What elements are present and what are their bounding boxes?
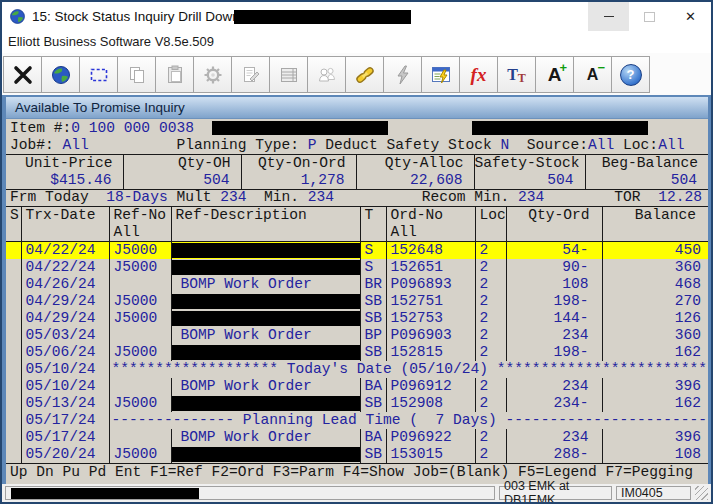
table-row[interactable]: 04/29/24 J5000 SB 152753 2 144- 126 (6, 310, 708, 327)
item-number-label: Item #: (10, 120, 71, 136)
cell-trx-date: 05/13/24 (21, 395, 109, 412)
toolbar-button-web[interactable] (41, 56, 80, 93)
minimize-button[interactable] (588, 2, 629, 31)
header-beg-balance: Beg-Balance (585, 155, 708, 173)
cell-ref-no: J5000 (109, 242, 171, 260)
toolbar-button-run[interactable] (383, 56, 422, 93)
function-fx-icon: fx (471, 64, 487, 86)
close-button[interactable]: ✕ (670, 2, 711, 31)
cell-qty-ord: 108 (506, 276, 602, 293)
client-frame: Available To Promise Inquiry Item #:0 10… (2, 95, 711, 488)
col-ref-description: Ref-Description (171, 207, 360, 225)
status-redaction (11, 488, 199, 499)
table-row[interactable]: 05/10/24 BOMP Work Order BA P096912 2 23… (6, 378, 708, 395)
item-description-redaction (212, 121, 388, 135)
table-row[interactable]: 05/17/24 BOMP Work Order BA P096922 2 23… (6, 429, 708, 446)
cell-trx-date: 05/20/24 (21, 446, 109, 464)
resize-grip[interactable] (695, 486, 708, 500)
cell-qty-ord: 144- (506, 310, 602, 327)
cell-balance: 396 (602, 429, 708, 446)
col-s: S (6, 207, 21, 225)
cell-loc: 2 (475, 378, 506, 395)
toolbar-button-font-decrease[interactable]: A − (573, 56, 612, 93)
table-row[interactable]: 04/26/24 BOMP Work Order BR P096893 2 10… (6, 276, 708, 293)
cell-ref-no (109, 429, 171, 446)
cell-ord-no: 152815 (386, 344, 475, 361)
cell-ref-description (171, 242, 360, 260)
cell-loc: 2 (475, 429, 506, 446)
toolbar-button-copy[interactable] (117, 56, 156, 93)
cell-ref-description (171, 344, 360, 361)
toolbar-button-paste[interactable] (155, 56, 194, 93)
cell-trx-date: 05/06/24 (21, 344, 109, 361)
redacted-description (172, 311, 360, 326)
cell-balance: 468 (602, 276, 708, 293)
content-area: Item #:0 100 000 0038 Job#: All Planning… (6, 119, 708, 483)
globe-icon (50, 64, 72, 86)
summary-table: Unit-Price Qty-OH Qty-On-Ord Qty-Alloc S… (6, 154, 708, 190)
redacted-description (172, 260, 360, 275)
cell-loc: 2 (475, 446, 506, 464)
cell-qty-ord: 198- (506, 344, 602, 361)
selection-box-icon (88, 64, 110, 86)
col-balance: Balance (602, 207, 708, 225)
header-safety-stock: Safety-Stock (474, 155, 585, 173)
ord-no-filter[interactable]: All (386, 224, 475, 242)
cell-ref-description: BOMP Work Order (171, 276, 360, 293)
table-row[interactable]: 05/03/24 BOMP Work Order BP P096903 2 23… (6, 327, 708, 344)
cell-type: SB (360, 395, 386, 412)
cell-status (6, 310, 21, 327)
close-icon: ✕ (685, 9, 696, 24)
toolbar-button-users[interactable] (307, 56, 346, 93)
cell-ord-no: 152753 (386, 310, 475, 327)
cell-trx-date: 05/17/24 (21, 412, 109, 429)
maximize-button[interactable] (629, 2, 670, 31)
table-row[interactable]: 05/13/24 J5000 SB 152908 2 234- 162 (6, 395, 708, 412)
help-icon: ? (620, 64, 642, 86)
cell-qty-ord: 54- (506, 242, 602, 260)
table-row[interactable]: 04/22/24 J5000 S 152648 2 54- 450 (6, 242, 708, 260)
toolbar-button-font[interactable]: TT (497, 56, 536, 93)
cell-loc: 2 (475, 293, 506, 310)
app-globe-icon (9, 8, 26, 25)
minimize-icon (604, 16, 614, 18)
value-unit-price: $415.46 (6, 172, 123, 190)
menu-bar: Elliott Business Software V8.5e.509 (2, 31, 711, 53)
cell-ref-description (171, 259, 360, 276)
cell-trx-date: 05/17/24 (21, 429, 109, 446)
toolbar-button-list[interactable] (269, 56, 308, 93)
toolbar-button-link[interactable] (345, 56, 384, 93)
cell-ref-no: J5000 (109, 259, 171, 276)
col-trx-date: Trx-Date (21, 207, 109, 225)
toolbar-button-settings[interactable] (193, 56, 232, 93)
status-message-panel (5, 486, 495, 500)
header-qty-alloc: Qty-Alloc (356, 155, 474, 173)
cell-loc: 2 (475, 310, 506, 327)
table-row[interactable]: 04/29/24 J5000 SB 152751 2 198- 270 (6, 293, 708, 310)
toolbar-button-edit-note[interactable] (231, 56, 270, 93)
toolbar-button-font-increase[interactable]: A + (535, 56, 574, 93)
window-title: 15: Stock Status Inquiry Drill Down - (32, 9, 252, 24)
cell-type: BP (360, 327, 386, 344)
toolbar-button-macro-window[interactable] (421, 56, 460, 93)
redacted-description (172, 243, 360, 258)
table-row[interactable]: 05/20/24 J5000 SB 153015 2 288- 108 (6, 446, 708, 464)
table-row[interactable]: 04/22/24 J5000 S 152651 2 90- 360 (6, 259, 708, 276)
atp-table: S Trx-Date Ref-No Ref-Description T Ord-… (6, 206, 708, 464)
ref-no-filter[interactable]: All (109, 224, 171, 242)
cell-type: SB (360, 310, 386, 327)
item-number-value[interactable]: 0 100 000 0038 (71, 120, 194, 136)
toolbar-button-cut[interactable] (3, 56, 42, 93)
cell-trx-date: 04/26/24 (21, 276, 109, 293)
toolbar-button-select[interactable] (79, 56, 118, 93)
table-row[interactable]: 05/06/24 J5000 SB 152815 2 198- 162 (6, 344, 708, 361)
cell-loc: 2 (475, 242, 506, 260)
toolbar-button-help[interactable]: ? (611, 56, 650, 93)
cell-balance: 126 (602, 310, 708, 327)
menu-label[interactable]: Elliott Business Software V8.5e.509 (8, 34, 214, 49)
screen-title: Available To Promise Inquiry (15, 100, 185, 115)
cut-x-icon (12, 64, 34, 86)
toolbar-button-function[interactable]: fx (459, 56, 498, 93)
value-qty-alloc: 22,608 (356, 172, 474, 190)
cell-loc: 2 (475, 344, 506, 361)
